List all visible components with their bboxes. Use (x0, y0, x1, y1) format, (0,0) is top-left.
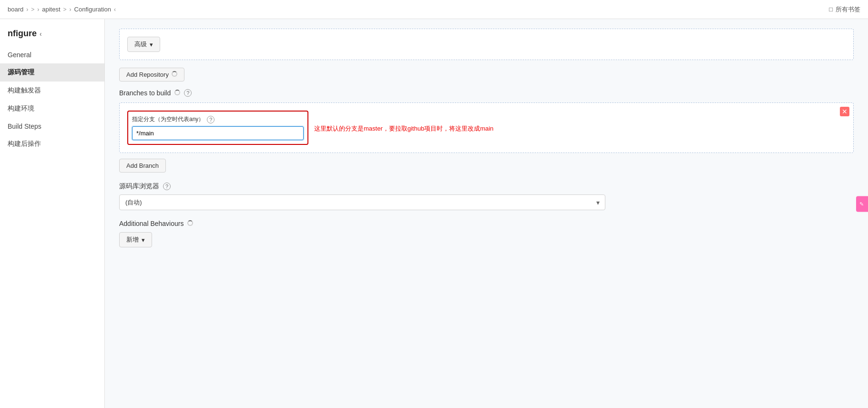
main-content: 高级 ▾ Add Repository Branches to build ? … (105, 19, 868, 408)
sep-2: > (63, 6, 67, 13)
advanced-button[interactable]: 高级 ▾ (127, 37, 160, 52)
sidebar-item-triggers[interactable]: 构建触发器 (0, 82, 104, 100)
top-bar: board › > › apitest > › Configuration ‹ … (0, 0, 868, 19)
branch-section-box: ✕ 指定分支（为空时代表any） ? 这里默认的分支是master，要拉取git… (119, 102, 854, 153)
right-edge-button[interactable]: ✎ (856, 196, 868, 212)
sidebar-item-post[interactable]: 构建后操作 (0, 135, 104, 153)
advanced-dropdown-icon: ▾ (150, 41, 153, 48)
additional-spinner (187, 220, 193, 227)
branch-field-box: 指定分支（为空时代表any） ? (127, 111, 308, 145)
chevron-4: ‹ (114, 6, 116, 13)
chevron-2: › (37, 6, 39, 13)
source-browser-select-wrapper: (自动) GitHub Bitbucket GitLab ▾ (119, 194, 605, 210)
branches-help-icon[interactable]: ? (184, 89, 192, 97)
sidebar-title: nfigure ‹ (0, 29, 104, 46)
bookmark-icon: □ (829, 6, 833, 13)
breadcrumb-apitest[interactable]: apitest (42, 6, 60, 13)
bookmark-label: 所有书签 (836, 5, 860, 14)
add-repository-button[interactable]: Add Repository (119, 68, 184, 82)
layout: nfigure ‹ General 源码管理 构建触发器 构建环境 Build … (0, 19, 868, 408)
sidebar-item-env[interactable]: 构建环境 (0, 100, 104, 118)
breadcrumb: board › > › apitest > › Configuration ‹ (8, 6, 116, 13)
sidebar-item-buildsteps[interactable]: Build Steps (0, 118, 104, 135)
breadcrumb-configuration[interactable]: Configuration (74, 6, 111, 13)
add-branch-button[interactable]: Add Branch (119, 159, 166, 173)
close-branch-button[interactable]: ✕ (840, 107, 849, 116)
branch-row: 指定分支（为空时代表any） ? 这里默认的分支是master，要拉取githu… (127, 111, 846, 145)
add-repo-spinner (172, 71, 177, 78)
chevron-1: › (26, 6, 28, 13)
new-dropdown-icon: ▾ (142, 236, 145, 244)
sidebar-item-source[interactable]: 源码管理 (0, 63, 104, 82)
bookmark-area: □ 所有书签 (829, 5, 860, 14)
branch-input[interactable] (132, 126, 304, 140)
advanced-section-box: 高级 ▾ (119, 29, 854, 60)
source-browser-select[interactable]: (自动) GitHub Bitbucket GitLab (119, 194, 605, 210)
sidebar-title-chevron: ‹ (40, 30, 42, 38)
sidebar: nfigure ‹ General 源码管理 构建触发器 构建环境 Build … (0, 19, 105, 408)
right-edge-icon: ✎ (859, 201, 865, 207)
branches-to-build-label: Branches to build ? (119, 89, 854, 97)
branch-field-label: 指定分支（为空时代表any） ? (132, 115, 304, 123)
chevron-3: › (70, 6, 71, 13)
additional-behaviours-label: Additional Behaviours (119, 220, 854, 227)
branch-comment: 这里默认的分支是master，要拉取github项目时，将这里改成main (314, 111, 846, 133)
sep-1: > (31, 6, 34, 13)
branches-spinner (174, 89, 180, 97)
branch-field-help-icon[interactable]: ? (207, 116, 214, 123)
source-browser-help-icon[interactable]: ? (163, 183, 171, 190)
breadcrumb-board[interactable]: board (8, 6, 23, 13)
new-button[interactable]: 新增 ▾ (119, 232, 152, 247)
source-browser-label: 源码库浏览器 ? (119, 182, 854, 191)
sidebar-item-general[interactable]: General (0, 46, 104, 63)
